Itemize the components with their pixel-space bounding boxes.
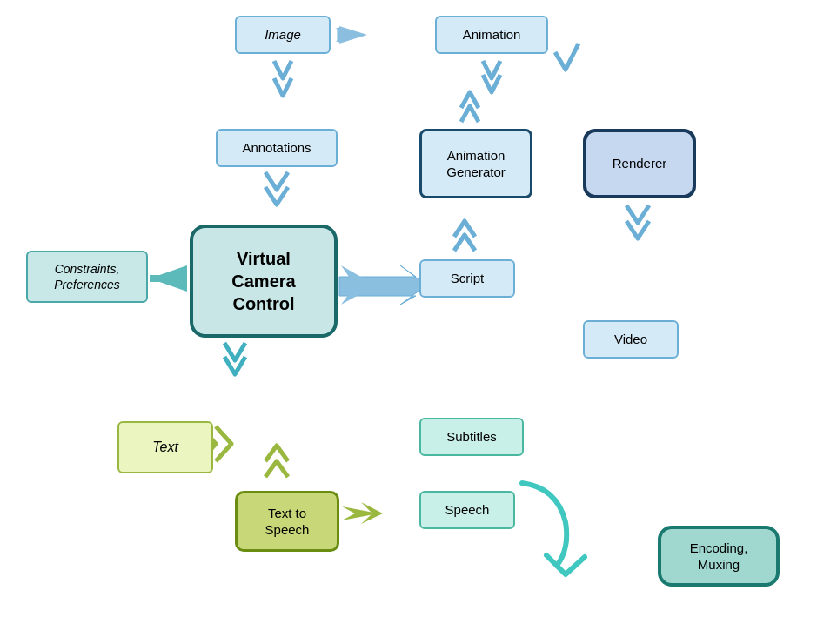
constraints-box: Constraints,Preferences	[26, 251, 148, 303]
diagram: Image Animation Annotations AnimationGen…	[0, 0, 817, 644]
annotations-box: Annotations	[216, 129, 338, 167]
image-box: Image	[235, 16, 331, 54]
svg-rect-2	[150, 275, 187, 282]
svg-marker-0	[338, 28, 365, 42]
text-box: Text	[117, 421, 213, 473]
video-box: Video	[583, 320, 679, 359]
vcc-box: VirtualCameraControl	[190, 225, 338, 338]
subtitles-box: Subtitles	[419, 418, 524, 456]
speech-box: Speech	[419, 491, 515, 529]
encoding-box: Encoding,Muxing	[658, 526, 780, 587]
animation-generator-box: AnimationGenerator	[419, 129, 532, 198]
animation-box: Animation	[435, 16, 548, 54]
renderer-box: Renderer	[583, 129, 696, 198]
text-to-speech-box: Text toSpeech	[235, 491, 339, 552]
script-box: Script	[419, 259, 515, 298]
